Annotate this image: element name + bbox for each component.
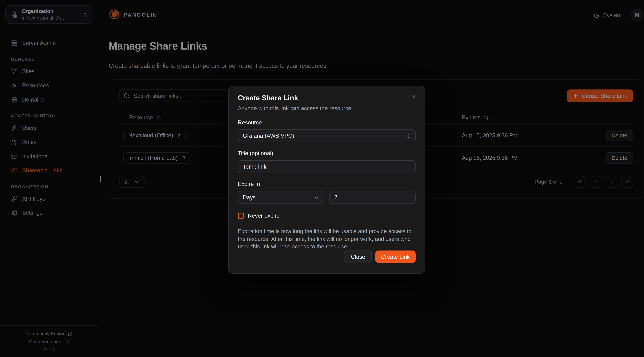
- expire-unit-select[interactable]: Days: [238, 191, 324, 204]
- resource-field-label: Resource: [238, 119, 416, 126]
- modal-create-link-button[interactable]: Create Link: [375, 251, 416, 263]
- app-window: Organization milo@fossorial.io's ... Ser…: [0, 0, 644, 357]
- title-input-wrap: [238, 160, 416, 173]
- expire-unit-value: Days: [243, 194, 256, 201]
- expire-count-input[interactable]: [334, 194, 410, 201]
- chevron-down-icon: [314, 195, 319, 200]
- modal-subtitle: Anyone with this link can access the res…: [238, 105, 416, 112]
- expire-field-label: Expire In: [238, 181, 416, 187]
- resource-select-value: Grafana (AWS VPC): [243, 133, 294, 139]
- title-input[interactable]: [243, 164, 410, 170]
- chevrons-up-down-icon: [406, 133, 410, 138]
- create-share-link-modal: Create Share Link Anyone with this link …: [228, 86, 425, 274]
- modal-close-button[interactable]: Close: [344, 251, 372, 263]
- never-expire-checkbox[interactable]: [238, 213, 244, 219]
- modal-title: Create Share Link: [238, 94, 416, 102]
- close-icon[interactable]: [409, 92, 418, 101]
- never-expire-label: Never expire: [248, 213, 280, 219]
- expiration-description: Expiration time is how long the link wil…: [238, 228, 416, 251]
- expire-count-wrap: [330, 191, 416, 204]
- resource-select[interactable]: Grafana (AWS VPC): [238, 129, 416, 142]
- title-field-label: Title (optional): [238, 150, 416, 156]
